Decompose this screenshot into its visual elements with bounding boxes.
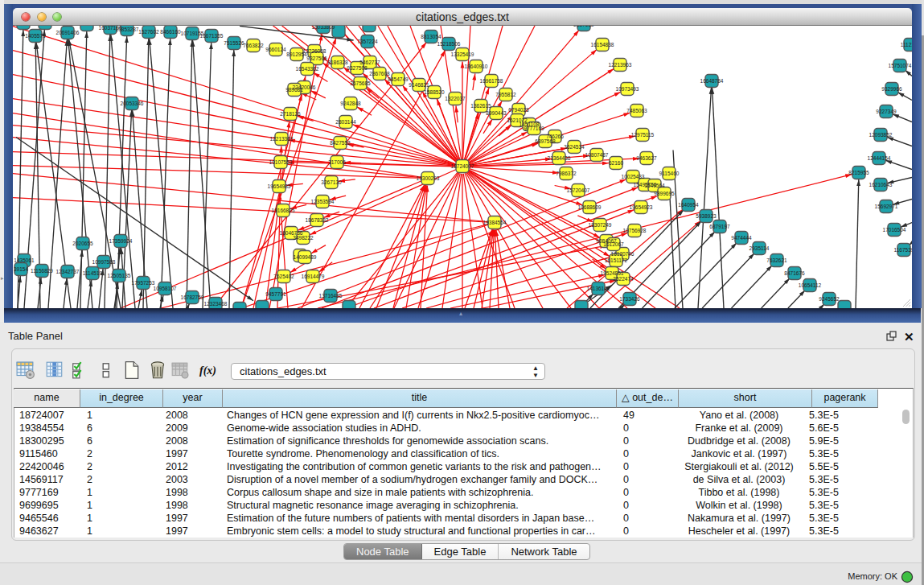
svg-text:16151172: 16151172 [605,257,628,263]
svg-text:9115460: 9115460 [659,171,680,176]
svg-text:9245652: 9245652 [819,296,840,302]
svg-text:2935114: 2935114 [749,245,770,251]
svg-text:5938923: 5938923 [696,213,717,219]
svg-text:10973493: 10973493 [616,86,639,92]
svg-text:2020655: 2020655 [72,241,93,246]
svg-text:18307249: 18307249 [589,222,612,228]
svg-text:6794028: 6794028 [508,107,529,113]
svg-text:10853287: 10853287 [116,27,139,32]
svg-text:3675685: 3675685 [350,80,371,86]
svg-text:8215955: 8215955 [848,170,869,175]
svg-text:39154: 39154 [14,266,28,272]
svg-text:14099489: 14099489 [294,254,317,260]
svg-text:8466160: 8466160 [160,29,181,35]
svg-text:17016504: 17016504 [883,227,906,233]
svg-text:9329966: 9329966 [881,86,902,92]
svg-text:18724007: 18724007 [451,163,474,169]
svg-text:19300293: 19300293 [417,175,440,181]
svg-text:9242848: 9242848 [340,101,361,106]
svg-text:13226058: 13226058 [303,48,326,54]
svg-text:12093852: 12093852 [869,132,893,138]
svg-text:9327506: 9327506 [306,56,327,61]
svg-text:8427552: 8427552 [330,140,351,146]
svg-text:16120746: 16120746 [611,251,634,257]
svg-text:7515526: 7515526 [224,40,244,46]
svg-text:12353594: 12353594 [311,199,335,204]
svg-text:8990443: 8990443 [486,110,507,116]
svg-text:9777169: 9777169 [524,126,544,131]
svg-text:2522474: 2522474 [613,276,634,282]
svg-text:12975115: 12975115 [631,132,655,138]
svg-text:16033809: 16033809 [312,26,335,30]
svg-text:18640910: 18640910 [465,64,488,69]
svg-text:20691406: 20691406 [56,30,80,35]
svg-text:7485063: 7485063 [626,108,647,113]
svg-text:10756928: 10756928 [623,228,647,233]
svg-text:17359924: 17359924 [109,238,133,244]
svg-text:15218506: 15218506 [437,41,461,47]
svg-text:9474444: 9474444 [731,235,752,241]
svg-text:2867608: 2867608 [369,71,390,76]
svg-text:1114519: 1114519 [83,270,103,276]
svg-text:1167539: 1167539 [894,247,912,253]
svg-text:8471676: 8471676 [784,270,805,276]
svg-text:2803144: 2803144 [335,119,356,125]
svg-text:1588520: 1588520 [424,89,445,95]
svg-text:6897568: 6897568 [535,138,556,144]
svg-text:1527602: 1527602 [138,29,159,35]
svg-text:10688609: 10688609 [578,204,602,210]
svg-text:9660124: 9660124 [265,47,286,52]
svg-text:16154838: 16154838 [591,42,614,47]
svg-text:16782759: 16782759 [181,295,204,300]
svg-text:9146821: 9146821 [409,82,429,88]
svg-text:16671355: 16671355 [200,33,224,39]
svg-text:21364436: 21364436 [548,155,571,161]
svg-text:9463627: 9463627 [636,155,657,161]
svg-text:7663822: 7663822 [243,43,264,48]
svg-text:1112148: 1112148 [901,42,912,47]
svg-text:16914479: 16914479 [302,274,325,279]
svg-text:7632621: 7632621 [766,257,787,263]
svg-text:7955812: 7955812 [495,92,516,97]
svg-text:16961758: 16961758 [480,78,503,84]
svg-text:15692971: 15692971 [875,204,898,209]
svg-text:14136141: 14136141 [587,286,610,291]
svg-text:13716485: 13716485 [319,293,343,299]
svg-text:19524851: 19524851 [601,270,624,276]
svg-text:1405571: 1405571 [25,33,46,39]
svg-text:12213369: 12213369 [270,136,294,142]
svg-text:16648784: 16648784 [700,78,724,84]
svg-text:8186328: 8186328 [327,60,348,65]
svg-text:3498222: 3498222 [293,235,314,241]
svg-text:19384554: 19384554 [483,220,507,225]
svg-text:12505135: 12505135 [108,273,131,278]
svg-text:8454749: 8454749 [388,76,409,82]
svg-text:11156829: 11156829 [31,268,53,274]
svg-text:7357224: 7357224 [357,39,378,44]
svg-text:10807487: 10807487 [585,152,609,158]
svg-text:16210643: 16210643 [869,182,893,187]
svg-text:9899695: 9899695 [654,191,675,196]
svg-text:7986372: 7986372 [556,171,577,176]
svg-text:15751074: 15751074 [889,63,912,68]
svg-text:9327508: 9327508 [347,65,368,71]
svg-text:12323468: 12323468 [204,301,228,307]
svg-text:19654923: 19654923 [630,204,653,210]
svg-text:1549564: 1549564 [644,183,665,188]
svg-text:6879197: 6879197 [709,224,730,229]
svg-text:16543362: 16543362 [296,66,319,72]
svg-text:1640954: 1640954 [678,202,699,208]
svg-text:1733426: 1733426 [619,296,640,302]
svg-text:9227349: 9227349 [876,109,897,114]
svg-text:8813054: 8813054 [421,34,441,39]
svg-text:12444154: 12444154 [868,155,891,161]
svg-text:1612067: 1612067 [603,241,624,247]
svg-text:62160: 62160 [609,160,623,166]
svg-text:20053346: 20053346 [121,101,144,106]
svg-text:18678332: 18678332 [306,217,329,223]
svg-text:5462737: 5462737 [359,60,380,65]
svg-text:2887682: 2887682 [573,26,594,27]
svg-text:13325419: 13325419 [451,51,474,57]
svg-text:1362615: 1362615 [470,103,491,109]
svg-text:7625402: 7625402 [273,274,294,279]
